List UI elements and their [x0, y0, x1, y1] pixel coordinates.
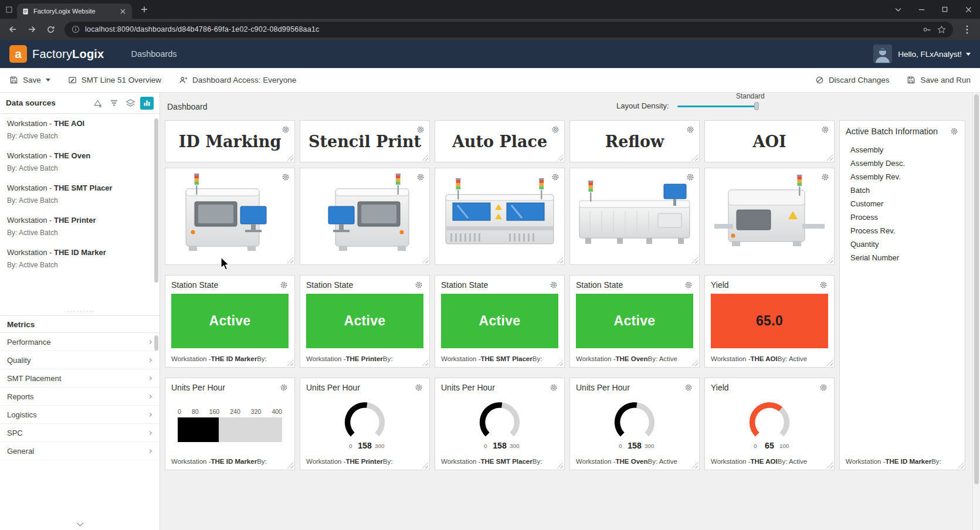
- layout-density-slider[interactable]: Standard: [677, 102, 757, 110]
- bookmark-star-icon[interactable]: [937, 25, 946, 34]
- widget-settings-gear-icon[interactable]: [281, 125, 290, 134]
- widget-yield-gauge[interactable]: Yield 0 100 65 Workstation - THE AOI By:…: [704, 378, 835, 470]
- widget-yield[interactable]: Yield 65.0 Workstation - THE AOI By: Act…: [704, 275, 835, 368]
- widget-station-title[interactable]: AOI: [704, 120, 835, 162]
- page-scrollbar[interactable]: [972, 93, 980, 530]
- widget-settings-gear-icon[interactable]: [820, 172, 830, 182]
- edit-board-icon: [68, 76, 77, 84]
- sidebar-item-smt-placement[interactable]: SMT Placement›: [0, 369, 160, 388]
- widget-settings-gear-icon[interactable]: [279, 383, 289, 392]
- tab-close-icon[interactable]: [118, 6, 127, 16]
- widget-machine-image[interactable]: [435, 168, 565, 265]
- widget-units-per-hour[interactable]: Units Per Hour 0 300 158 Workstation - T…: [300, 378, 430, 470]
- widget-settings-gear-icon[interactable]: [950, 127, 959, 136]
- forward-button[interactable]: [23, 21, 40, 38]
- resize-handle[interactable]: [557, 154, 563, 161]
- user-menu[interactable]: Hello, FLxAnalyst!: [898, 50, 971, 59]
- list-item[interactable]: Workstation - THE Printer By: Active Bat…: [0, 210, 160, 243]
- widget-settings-gear-icon[interactable]: [684, 383, 693, 392]
- panel-resize-handle[interactable]: ··········: [0, 307, 160, 315]
- resize-handle[interactable]: [287, 154, 293, 161]
- widget-station-title[interactable]: Auto Place: [435, 120, 565, 162]
- widget-settings-gear-icon[interactable]: [551, 125, 560, 134]
- sidebar-item-reports[interactable]: Reports›: [0, 388, 160, 406]
- widget-settings-gear-icon[interactable]: [549, 280, 558, 290]
- widget-units-per-hour[interactable]: Units Per Hour 0 300 158 Workstation - T…: [435, 378, 565, 470]
- window-close-button[interactable]: [957, 0, 980, 19]
- back-button[interactable]: [5, 21, 21, 38]
- widget-machine-image[interactable]: [704, 168, 835, 265]
- user-avatar[interactable]: [873, 45, 892, 63]
- widget-station-title[interactable]: Reflow: [569, 120, 700, 162]
- metrics-scrollbar-thumb[interactable]: [154, 335, 158, 351]
- address-bar[interactable]: localhost:8090/dashboards/d84b4786-69fa-…: [65, 22, 953, 38]
- dashboard-access-button[interactable]: Dashboard Access: Everyone: [179, 76, 296, 84]
- widget-units-per-hour[interactable]: Units Per Hour 080160240320400 Workstati…: [165, 378, 295, 470]
- widget-station-state[interactable]: Station State Active Workstation - THE P…: [300, 275, 430, 368]
- sidebar-item-performance[interactable]: Performance›: [0, 333, 160, 351]
- datasource-layers-icon[interactable]: [124, 97, 137, 110]
- widget-settings-gear-icon[interactable]: [414, 280, 423, 290]
- nav-dashboards[interactable]: Dashboards: [131, 49, 177, 59]
- widget-station-title[interactable]: Stencil Print: [300, 120, 430, 162]
- sidebar-item-quality[interactable]: Quality›: [0, 351, 160, 369]
- new-tab-button[interactable]: [137, 2, 152, 17]
- page-scrollbar-thumb[interactable]: [974, 94, 979, 484]
- datasource-alarm-icon[interactable]: [91, 97, 104, 110]
- datasource-filter-icon[interactable]: [107, 97, 121, 110]
- widget-settings-gear-icon[interactable]: [281, 172, 290, 182]
- list-item[interactable]: Workstation - THE SMT Placer By: Active …: [0, 178, 160, 210]
- sidebar-item-logistics[interactable]: Logistics›: [0, 406, 160, 424]
- widget-units-per-hour[interactable]: Units Per Hour 0 300 158 Workstation - T…: [569, 378, 700, 470]
- widget-caption: Workstation - THE SMT Placer By:: [435, 455, 564, 470]
- widget-station-state[interactable]: Station State Active Workstation - THE I…: [165, 275, 295, 368]
- widget-settings-gear-icon[interactable]: [820, 125, 830, 134]
- widget-settings-gear-icon[interactable]: [551, 172, 560, 182]
- browser-menu-icon[interactable]: [959, 21, 975, 38]
- refresh-button[interactable]: [42, 21, 59, 38]
- slider-track[interactable]: [677, 106, 757, 108]
- widget-station-state[interactable]: Station State Active Workstation - THE O…: [569, 275, 700, 368]
- site-info-icon[interactable]: [72, 25, 80, 33]
- list-item[interactable]: Workstation - THE Oven By: Active Batch: [0, 146, 160, 178]
- list-item[interactable]: Workstation - THE AOI By: Active Batch: [0, 114, 160, 146]
- widget-settings-gear-icon[interactable]: [549, 383, 558, 392]
- widget-machine-image[interactable]: [300, 168, 430, 265]
- window-maximize-button[interactable]: [933, 0, 957, 19]
- slider-thumb[interactable]: [754, 102, 759, 110]
- window-minimize-button[interactable]: [910, 0, 933, 19]
- widget-settings-gear-icon[interactable]: [414, 383, 423, 392]
- svg-text:300: 300: [375, 443, 385, 449]
- widget-station-state[interactable]: Station State Active Workstation - THE S…: [435, 275, 565, 368]
- widget-settings-gear-icon[interactable]: [279, 280, 289, 290]
- sidebar-item-spc[interactable]: SPC›: [0, 424, 160, 442]
- browser-tab[interactable]: FactoryLogix Website: [17, 4, 132, 19]
- resize-handle[interactable]: [422, 154, 428, 161]
- widget-settings-gear-icon[interactable]: [416, 125, 425, 134]
- password-key-icon[interactable]: [923, 25, 931, 34]
- resize-handle[interactable]: [826, 154, 833, 161]
- sidebar-scrollbar-thumb[interactable]: [154, 118, 158, 283]
- window-chevron-icon[interactable]: [886, 0, 910, 19]
- url-text[interactable]: localhost:8090/dashboards/d84b4786-69fa-…: [85, 25, 917, 33]
- station-column: ID Marking Station State Active Workstat…: [165, 120, 295, 470]
- save-and-run-button[interactable]: Save and Run: [907, 76, 971, 84]
- datasource-charts-icon[interactable]: [140, 97, 154, 110]
- discard-changes-button[interactable]: Discard Changes: [815, 76, 890, 84]
- widget-settings-gear-icon[interactable]: [819, 280, 828, 290]
- widget-settings-gear-icon[interactable]: [684, 280, 693, 290]
- scroll-down-chevron-icon[interactable]: [0, 518, 160, 530]
- save-button[interactable]: Save: [9, 76, 50, 84]
- save-dropdown-caret-icon[interactable]: [46, 79, 50, 81]
- widget-active-batch-information[interactable]: Active Batch Information Assembly Assemb…: [839, 120, 965, 470]
- widget-settings-gear-icon[interactable]: [819, 383, 828, 392]
- widget-settings-gear-icon[interactable]: [686, 125, 695, 134]
- widget-machine-image[interactable]: [165, 168, 295, 265]
- list-item[interactable]: Workstation - THE ID Marker By: Active B…: [0, 243, 160, 275]
- widget-station-title[interactable]: ID Marking: [165, 120, 295, 162]
- dashboard-name-button[interactable]: SMT Line 51 Overview: [68, 76, 161, 84]
- widget-settings-gear-icon[interactable]: [686, 172, 695, 182]
- resize-handle[interactable]: [691, 154, 698, 161]
- sidebar-item-general[interactable]: General›: [0, 442, 160, 460]
- widget-machine-image[interactable]: [569, 168, 700, 265]
